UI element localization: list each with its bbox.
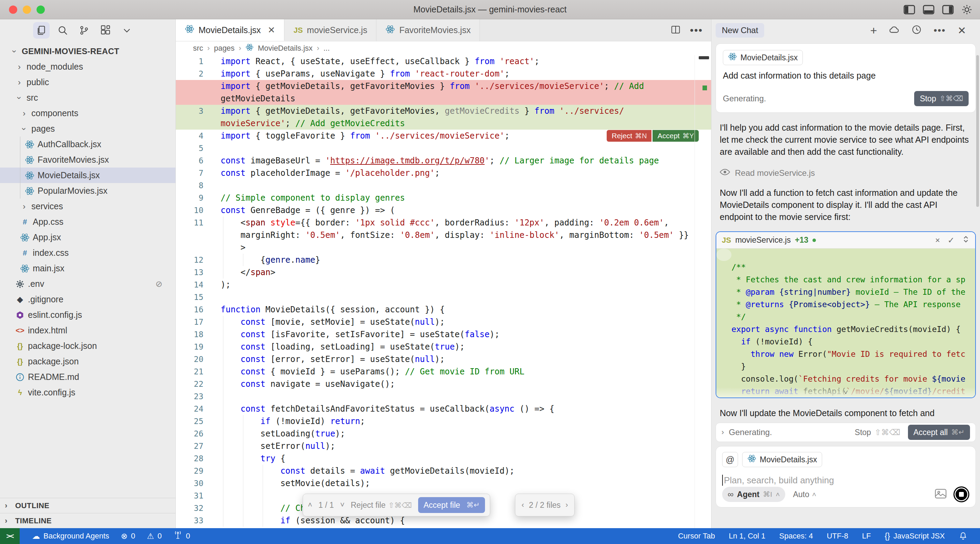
tree-item-App.css[interactable]: #App.css bbox=[0, 214, 175, 230]
tab-MovieDetails.jsx[interactable]: MovieDetails.jsx✕ bbox=[176, 19, 285, 41]
agent-mode-selector[interactable]: ∞ Agent ⌘I ˄ bbox=[722, 487, 785, 502]
tree-item-PopularMovies.jsx[interactable]: PopularMovies.jsx bbox=[0, 183, 175, 199]
code-line[interactable]: 6const imageBaseUrl = 'https://image.tmd… bbox=[176, 154, 711, 167]
tree-item-package-lock.json[interactable]: {}package-lock.json bbox=[0, 338, 175, 354]
tree-item-package.json[interactable]: {}package.json bbox=[0, 354, 175, 369]
stop-record-button[interactable] bbox=[953, 487, 969, 502]
code-editor[interactable]: 1import React, { useState, useEffect, us… bbox=[176, 55, 711, 528]
cloud-icon[interactable] bbox=[889, 25, 900, 35]
explorer-icon[interactable] bbox=[33, 22, 49, 38]
status-0[interactable]: 0 bbox=[173, 531, 190, 542]
tree-item-main.jsx[interactable]: main.jsx bbox=[0, 261, 175, 276]
notifications-bell-icon[interactable] bbox=[959, 531, 967, 541]
chat-input-card[interactable]: @ MovieDetails.jsx Plan, search, build a… bbox=[716, 446, 976, 507]
breadcrumb-file[interactable]: MovieDetails.jsx bbox=[258, 44, 313, 53]
code-line[interactable]: 5 bbox=[176, 142, 711, 154]
chat-tab-new-chat[interactable]: New Chat bbox=[716, 23, 764, 38]
breadcrumb-ellipsis[interactable]: ... bbox=[323, 44, 329, 53]
code-line[interactable]: 30 setMovie(details); bbox=[176, 477, 711, 490]
tree-item-components[interactable]: ›components bbox=[0, 105, 175, 121]
breadcrumb-src[interactable]: src bbox=[193, 44, 203, 53]
tree-item-README.md[interactable]: README.md bbox=[0, 369, 175, 385]
code-line[interactable]: movieService'; // Add getMovieCredits bbox=[176, 117, 711, 130]
tree-item-.gitignore[interactable]: ◆.gitignore bbox=[0, 292, 175, 307]
tree-item-MovieDetails.jsx[interactable]: MovieDetails.jsx bbox=[0, 167, 175, 183]
code-line[interactable]: 18 const [isFavorite, setIsFavorite] = u… bbox=[176, 328, 711, 340]
tree-item-node_modules[interactable]: ›node_modules bbox=[0, 59, 175, 75]
sidebar-panel-outline[interactable]: ›OUTLINE bbox=[0, 498, 175, 513]
tree-item-public[interactable]: ›public bbox=[0, 75, 175, 90]
code-line[interactable]: 3import { getMovieDetails, getFavoriteMo… bbox=[176, 105, 711, 117]
new-chat-plus-icon[interactable]: + bbox=[870, 24, 877, 37]
tree-item-GEMINI-MOVIES-REACT[interactable]: ›GEMINI-MOVIES-REACT bbox=[0, 43, 175, 59]
prev-diff-icon[interactable]: ˄ bbox=[308, 501, 312, 509]
code-line[interactable]: 10const GenreBadge = ({ genre }) => ( bbox=[176, 204, 711, 216]
code-line[interactable]: import { getMovieDetails, getFavoriteMov… bbox=[176, 80, 711, 92]
tree-item-AuthCallback.jsx[interactable]: AuthCallback.jsx bbox=[0, 137, 175, 152]
code-line[interactable]: 28 try { bbox=[176, 452, 711, 465]
code-line[interactable]: 27 setError(null); bbox=[176, 440, 711, 452]
tree-item-services[interactable]: ›services bbox=[0, 199, 175, 214]
tree-item-vite.config.js[interactable]: ϟvite.config.js bbox=[0, 385, 175, 400]
tool-call-row[interactable]: Read movieService.js bbox=[720, 168, 972, 178]
extensions-icon[interactable] bbox=[97, 22, 114, 38]
breadcrumb[interactable]: src › pages › MovieDetails.jsx › ... bbox=[176, 41, 711, 55]
toggle-right-sidebar-icon[interactable] bbox=[942, 5, 954, 14]
accept-change-button[interactable]: Accept⌘Y bbox=[652, 130, 699, 142]
editor-scrollbar-thumb[interactable] bbox=[699, 56, 709, 59]
split-editor-icon[interactable] bbox=[670, 24, 681, 36]
tree-item-App.jsx[interactable]: App.jsx bbox=[0, 230, 175, 245]
chat-input-field[interactable]: Plan, search, build anything bbox=[722, 475, 969, 486]
tree-item-pages[interactable]: ›pages bbox=[0, 121, 175, 137]
code-line[interactable]: 22 const navigate = useNavigate(); bbox=[176, 378, 711, 390]
stop-generating-button[interactable]: Stop⇧⌘⌫ bbox=[914, 91, 969, 106]
tree-item-index.html[interactable]: <>index.html bbox=[0, 323, 175, 338]
code-line[interactable]: 29 const details = await getMovieDetails… bbox=[176, 465, 711, 477]
status-0[interactable]: ⚠0 bbox=[147, 531, 162, 541]
tree-item-FavoriteMovies.jsx[interactable]: FavoriteMovies.jsx bbox=[0, 152, 175, 167]
code-block-header[interactable]: JS movieService.js +13 × ✓ bbox=[716, 232, 975, 248]
more-views-icon[interactable] bbox=[119, 22, 135, 38]
code-line[interactable]: 21 const { movieId } = useParams(); // G… bbox=[176, 366, 711, 378]
status-utf-8[interactable]: UTF-8 bbox=[827, 531, 848, 541]
context-file-chip[interactable]: MovieDetails.jsx bbox=[742, 452, 822, 467]
code-line[interactable]: 16function MovieDetails({ session, accou… bbox=[176, 303, 711, 316]
code-line[interactable]: 13 </span> bbox=[176, 266, 711, 278]
status-background-agents[interactable]: ☁Background Agents bbox=[32, 531, 109, 541]
status-ln-1-col-1[interactable]: Ln 1, Col 1 bbox=[729, 531, 765, 541]
stop-button[interactable]: Stop⇧⌘⌫ bbox=[855, 428, 900, 437]
code-line[interactable]: 9// Simple component to display genres bbox=[176, 192, 711, 204]
accept-all-button[interactable]: Accept all⌘↵ bbox=[908, 425, 970, 440]
reject-block-icon[interactable]: × bbox=[935, 235, 940, 245]
accept-file-button[interactable]: Accept file⌘↵ bbox=[418, 497, 485, 513]
code-line[interactable]: 1import React, { useState, useEffect, us… bbox=[176, 55, 711, 68]
prev-file-icon[interactable]: ‹ bbox=[522, 501, 524, 509]
code-block-content[interactable]: /** * Fetches the cast and crew informat… bbox=[716, 248, 975, 398]
code-line[interactable]: 19 const [loading, setLoading] = useStat… bbox=[176, 340, 711, 353]
close-chat-icon[interactable]: ✕ bbox=[958, 24, 966, 37]
code-line[interactable]: 17 const [movie, setMovie] = useState(nu… bbox=[176, 316, 711, 328]
code-line[interactable]: 11 <span style={{ border: '1px solid #cc… bbox=[176, 216, 711, 229]
toggle-bottom-panel-icon[interactable] bbox=[923, 5, 934, 14]
settings-gear-icon[interactable] bbox=[961, 4, 972, 15]
tab-movieService.js[interactable]: JSmovieService.js bbox=[285, 19, 376, 41]
code-line[interactable]: marginRight: '0.5em', fontSize: '0.8em',… bbox=[176, 229, 711, 241]
code-line[interactable]: 8 bbox=[176, 179, 711, 192]
code-line[interactable]: 23 bbox=[176, 390, 711, 402]
editor-more-actions-icon[interactable]: ••• bbox=[690, 24, 703, 36]
status-lf[interactable]: LF bbox=[862, 531, 871, 541]
code-line[interactable]: 25 if (!movieId) return; bbox=[176, 415, 711, 428]
accept-block-icon[interactable]: ✓ bbox=[948, 235, 955, 245]
expand-code-chevron-icon[interactable]: ˅ bbox=[843, 388, 848, 397]
search-icon[interactable] bbox=[54, 22, 71, 38]
tree-item-.env[interactable]: .env⊘ bbox=[0, 276, 175, 292]
status-spaces-4[interactable]: Spaces: 4 bbox=[780, 531, 813, 541]
code-line[interactable]: 14); bbox=[176, 278, 711, 291]
code-line[interactable]: 20 const [error, setError] = useState(nu… bbox=[176, 353, 711, 366]
remote-indicator[interactable]: >< bbox=[0, 528, 20, 544]
expand-generating-icon[interactable]: › bbox=[721, 428, 724, 437]
close-tab-icon[interactable]: ✕ bbox=[268, 25, 275, 35]
code-line[interactable]: 12 {genre.name} bbox=[176, 254, 711, 266]
reject-file-button[interactable]: Reject file⇧⌘⌫ bbox=[350, 501, 412, 510]
breadcrumb-pages[interactable]: pages bbox=[214, 44, 235, 53]
